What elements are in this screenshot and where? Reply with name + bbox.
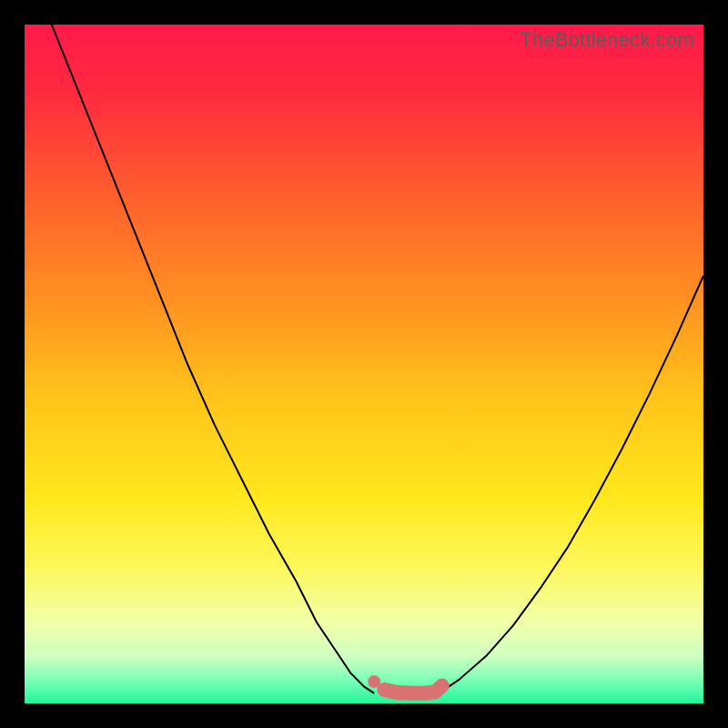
- watermark-label: TheBottleneck.com: [520, 28, 694, 52]
- gradient-background: [25, 25, 703, 703]
- marker-thick-segment: [384, 686, 441, 693]
- plot-area: TheBottleneck.com: [25, 25, 703, 703]
- bottleneck-curve-chart: [25, 25, 703, 703]
- chart-frame: TheBottleneck.com: [0, 0, 728, 728]
